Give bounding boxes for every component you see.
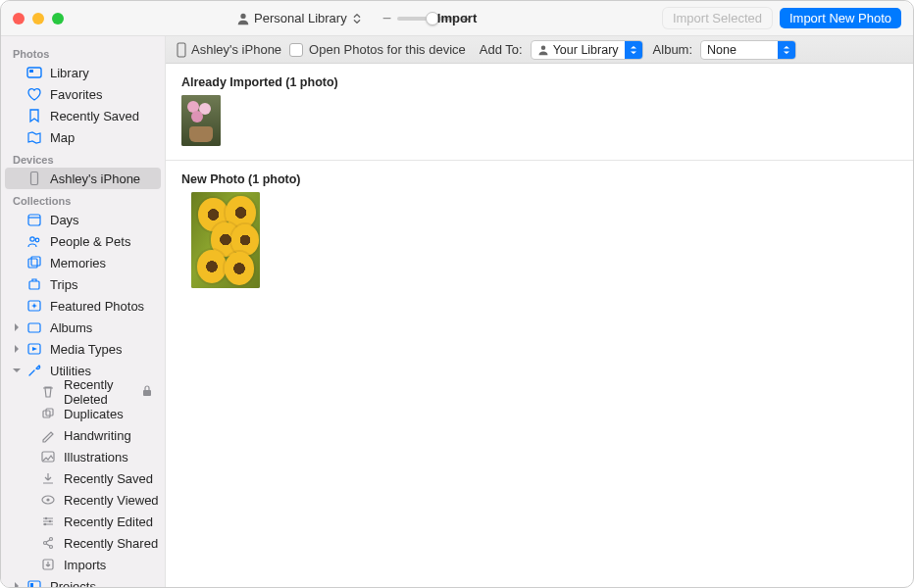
window-titlebar: Personal Library − + Import Import Selec… [1, 1, 913, 36]
svg-point-24 [44, 542, 47, 545]
sidebar-item-handwriting[interactable]: Handwriting [5, 424, 161, 446]
sidebar-item-trips[interactable]: Trips [5, 273, 161, 295]
import-new-photo-button[interactable]: Import New Photo [780, 8, 901, 28]
svg-point-31 [540, 45, 545, 50]
sidebar-item-recently-deleted[interactable]: Recently Deleted [5, 381, 161, 403]
sidebar-item-projects[interactable]: Projects [5, 575, 161, 588]
sidebar-item-duplicates[interactable]: Duplicates [5, 403, 161, 424]
sidebar-item-label: Recently Saved [50, 109, 139, 123]
library-icon [26, 65, 42, 80]
svg-point-6 [30, 237, 34, 241]
photo-thumbnail[interactable] [181, 95, 221, 146]
sidebar-item-recently-edited[interactable]: Recently Edited [5, 511, 161, 532]
sidebar-item-label: Utilities [50, 364, 91, 378]
sidebar-item-label: Imports [64, 558, 106, 572]
sidebar-item-days[interactable]: Days [5, 209, 161, 230]
popup-arrows-icon [625, 41, 642, 59]
suitcase-icon [26, 276, 42, 292]
sidebar-item-imports[interactable]: Imports [5, 554, 161, 575]
download-icon [40, 470, 56, 486]
device-indicator: Ashley's iPhone [176, 42, 281, 58]
device-name-label: Ashley's iPhone [191, 42, 281, 57]
svg-rect-4 [28, 215, 40, 225]
sidebar-item-illustrations[interactable]: Illustrations [5, 446, 161, 467]
sidebar-item-label: Library [50, 66, 89, 80]
svg-point-23 [44, 523, 46, 525]
eye-icon [40, 492, 56, 508]
media-types-icon [26, 341, 42, 357]
library-selector[interactable]: Personal Library [232, 9, 367, 27]
map-icon [26, 129, 42, 145]
sidebar-item-label: Recently Viewed [64, 493, 159, 508]
svg-rect-9 [31, 257, 40, 266]
sidebar-item-recently-saved-2[interactable]: Recently Saved [5, 467, 161, 489]
zoom-out-button[interactable]: − [382, 10, 391, 27]
sidebar-item-label: People & Pets [50, 234, 130, 249]
calendar-icon [26, 212, 42, 227]
album-label: Album: [653, 42, 692, 57]
sidebar-item-label: Duplicates [64, 407, 124, 421]
disclosure-right-icon[interactable] [11, 343, 23, 355]
svg-point-25 [50, 538, 53, 541]
iphone-icon [176, 42, 187, 58]
add-to-popup[interactable]: Your Library [531, 40, 643, 60]
svg-rect-29 [30, 583, 33, 588]
sidebar-item-favorites[interactable]: Favorites [5, 83, 161, 105]
sidebar-item-label: Illustrations [64, 450, 128, 465]
sidebar-item-featured-photos[interactable]: Featured Photos [5, 295, 161, 317]
disclosure-right-icon[interactable] [11, 321, 23, 333]
sidebar-item-library[interactable]: Library [5, 62, 161, 83]
already-imported-row [166, 95, 913, 156]
sidebar-item-media-types[interactable]: Media Types [5, 338, 161, 360]
sidebar-item-map[interactable]: Map [5, 126, 161, 148]
svg-point-21 [45, 517, 47, 519]
sidebar-item-recently-shared[interactable]: Recently Shared [5, 532, 161, 554]
memories-icon [26, 255, 42, 270]
popup-arrows-icon [778, 41, 795, 59]
sidebar-item-label: Featured Photos [50, 299, 144, 314]
photo-thumbnail[interactable] [191, 192, 260, 288]
svg-rect-3 [31, 172, 38, 185]
sidebar-item-recently-viewed[interactable]: Recently Viewed [5, 489, 161, 511]
sidebar-item-ashleys-iphone[interactable]: Ashley's iPhone [5, 168, 161, 189]
sidebar-item-albums[interactable]: Albums [5, 317, 161, 338]
import-icon [40, 557, 56, 572]
sidebar-item-memories[interactable]: Memories [5, 252, 161, 273]
sidebar-item-people-pets[interactable]: People & Pets [5, 230, 161, 252]
person-icon [537, 44, 549, 56]
bookmark-icon [26, 108, 42, 123]
close-window-button[interactable] [13, 13, 25, 24]
tools-icon [26, 363, 42, 378]
sidebar-item-label: Albums [50, 320, 92, 335]
checkbox-icon[interactable] [289, 43, 303, 57]
disclosure-down-icon[interactable] [11, 365, 23, 376]
svg-rect-8 [28, 259, 37, 268]
iphone-icon [26, 171, 42, 186]
open-photos-toggle[interactable]: Open Photos for this device [289, 42, 466, 57]
svg-point-22 [49, 520, 51, 522]
open-photos-label: Open Photos for this device [309, 42, 466, 57]
sidebar-item-label: Recently Shared [64, 536, 158, 551]
minimize-window-button[interactable] [32, 13, 44, 24]
svg-point-7 [35, 238, 39, 242]
svg-rect-10 [29, 281, 39, 289]
albums-icon [26, 319, 42, 335]
import-content: Already Imported (1 photo) New Photo (1 … [166, 64, 913, 588]
svg-rect-1 [27, 68, 41, 77]
new-photo-row [166, 192, 913, 298]
svg-rect-28 [28, 581, 40, 588]
import-selected-button[interactable]: Import Selected [663, 8, 772, 28]
fullscreen-window-button[interactable] [52, 13, 64, 24]
library-selector-label: Personal Library [254, 11, 347, 25]
sidebar-item-label: Handwriting [64, 428, 131, 443]
window-title: Import [437, 11, 477, 25]
window-controls [13, 13, 64, 24]
sidebar-item-label: Map [50, 130, 75, 145]
sidebar-item-label: Media Types [50, 342, 122, 357]
disclosure-right-icon[interactable] [11, 580, 23, 588]
trash-icon [40, 384, 56, 400]
sidebar-item-recently-saved[interactable]: Recently Saved [5, 105, 161, 126]
pencil-icon [40, 427, 56, 443]
svg-point-26 [50, 546, 53, 549]
album-popup[interactable]: None [700, 40, 796, 60]
